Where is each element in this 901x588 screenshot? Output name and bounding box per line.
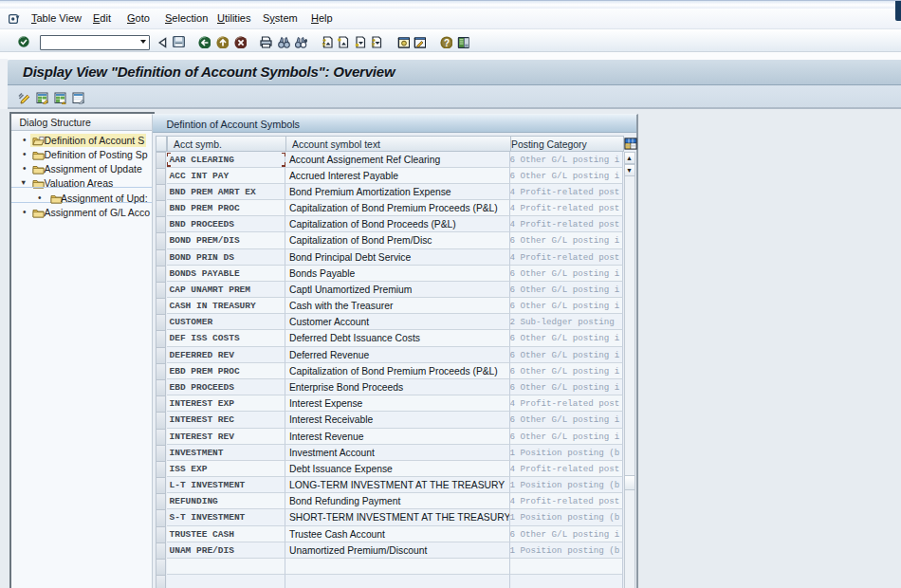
svg-text:?: ? xyxy=(444,37,450,47)
